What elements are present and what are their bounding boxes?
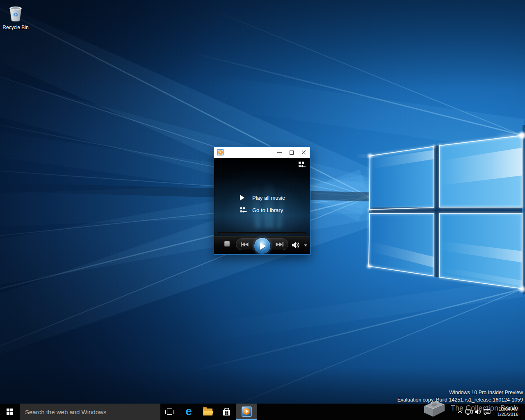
- library-icon: [240, 207, 247, 213]
- stop-button[interactable]: [224, 241, 230, 247]
- clock-time: 10:04 AM: [493, 406, 518, 412]
- action-center-icon: [484, 409, 491, 415]
- book-icon: [421, 399, 448, 418]
- recycle-bin-label: Recycle Bin: [2, 25, 29, 30]
- media-player-window: Play all music Go to Library: [214, 146, 310, 255]
- next-button[interactable]: [275, 242, 284, 247]
- watermark-line1: Windows 10 Pro Insider Preview: [397, 389, 523, 396]
- taskbar-clock[interactable]: 10:04 AM 1/25/2016: [493, 406, 518, 417]
- clock-date: 1/25/2016: [493, 412, 518, 417]
- close-button[interactable]: [298, 147, 310, 158]
- search-input[interactable]: [20, 404, 160, 420]
- wmp-taskbar-button[interactable]: [236, 404, 257, 420]
- minimize-icon: [277, 152, 282, 153]
- next-icon: [275, 242, 284, 247]
- desktop-wallpaper: ♻ Recycle Bin Windows 10 Pro Insider Pre…: [0, 0, 525, 404]
- task-view-icon: [165, 409, 174, 415]
- seek-slider[interactable]: [218, 232, 306, 234]
- minimize-button[interactable]: [273, 147, 285, 158]
- play-icon: [260, 242, 266, 250]
- play-all-music-label: Play all music: [252, 195, 285, 201]
- store-icon: [223, 410, 230, 415]
- mute-button[interactable]: [292, 242, 300, 249]
- wmp-titlebar-icon: [217, 149, 224, 155]
- edge-button[interactable]: e: [179, 404, 198, 420]
- start-button[interactable]: [0, 404, 20, 420]
- go-to-library-label: Go to Library: [252, 207, 283, 213]
- volume-tray-button[interactable]: [473, 404, 482, 420]
- go-to-library-item[interactable]: Go to Library: [240, 204, 285, 216]
- action-center-button[interactable]: [482, 404, 491, 420]
- maximize-icon: [290, 151, 294, 155]
- transport-controls: [214, 236, 310, 254]
- network-tray-button[interactable]: [464, 404, 473, 420]
- taskbar-search[interactable]: [20, 404, 160, 420]
- task-view-button[interactable]: [160, 404, 179, 420]
- speaker-icon: [475, 409, 482, 415]
- previous-icon: [240, 242, 249, 247]
- play-button[interactable]: [254, 237, 271, 254]
- volume-icon: [292, 242, 300, 249]
- system-tray: 10:04 AM 1/25/2016: [455, 404, 525, 420]
- tray-chevron-button[interactable]: [455, 404, 464, 420]
- maximize-button[interactable]: [285, 147, 298, 158]
- windows-logo-icon: [7, 409, 13, 415]
- edge-icon: e: [185, 406, 192, 417]
- play-icon: [240, 195, 244, 201]
- play-all-music-item[interactable]: Play all music: [240, 192, 285, 204]
- store-button[interactable]: [217, 404, 236, 420]
- show-desktop-button[interactable]: [521, 404, 524, 420]
- wmp-icon: [242, 406, 252, 417]
- previous-button[interactable]: [240, 242, 249, 247]
- svg-text:♻: ♻: [13, 11, 18, 18]
- recycle-bin-desktop-icon[interactable]: ♻ Recycle Bin: [2, 3, 29, 30]
- file-explorer-icon: [203, 409, 212, 415]
- titlebar[interactable]: [214, 147, 310, 158]
- file-explorer-button[interactable]: [198, 404, 217, 420]
- network-icon: [465, 409, 473, 415]
- switch-to-library-button[interactable]: [299, 162, 306, 168]
- now-playing-surface: Play all music Go to Library: [214, 158, 310, 254]
- chevron-up-icon: [457, 410, 463, 414]
- more-options-button[interactable]: [304, 244, 307, 247]
- recycle-bin-icon: ♻: [7, 3, 24, 22]
